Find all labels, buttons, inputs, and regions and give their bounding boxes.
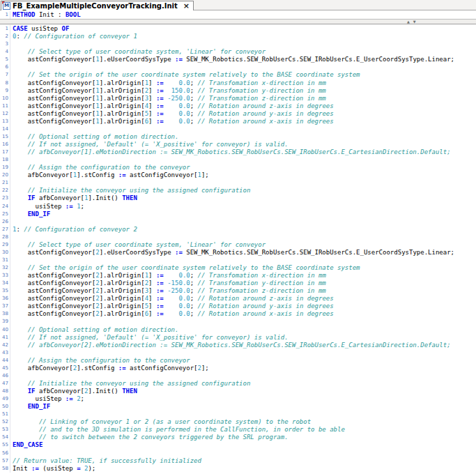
code-line[interactable]: 32 // Set the origin of the user coordin… — [0, 264, 476, 272]
code-line[interactable]: 10 astConfigConveyor[1].alrOrigin[3] := … — [0, 95, 476, 102]
code-line[interactable]: 45 afbConveyor[2].stConfig := astConfigC… — [0, 365, 476, 372]
code-text: // afbConveyor[2].eMotionDirection := SE… — [10, 342, 451, 349]
code-line[interactable]: 58Init := (usiStep = 2); — [0, 465, 476, 473]
code-line[interactable]: 24 usiStep := 1; — [0, 203, 476, 211]
code-line[interactable]: 3 — [0, 40, 476, 48]
code-line[interactable]: 57// Return value: TRUE, if successfully… — [0, 457, 476, 465]
code-text — [10, 411, 13, 418]
implementation-pane[interactable]: 1CASE usiStep OF20: // Configuration of … — [0, 24, 476, 473]
line-number: 31 — [0, 257, 10, 264]
code-line[interactable]: 52 // Linking of conveyor 1 or 2 (as a u… — [0, 418, 476, 426]
line-number: 28 — [0, 234, 10, 241]
code-text: END_IF — [10, 403, 50, 411]
code-line[interactable]: 35 astConfigConveyor[2].alrOrigin[3] := … — [0, 287, 476, 295]
code-line[interactable]: 4 // Select type of user coordinate syst… — [0, 48, 476, 56]
code-text: // Optional setting of motion direction. — [10, 133, 178, 141]
code-line[interactable]: 5 astConfigConveyor[1].eUserCoordSysType… — [0, 56, 476, 63]
code-line[interactable]: 31 — [0, 257, 476, 264]
code-line[interactable]: 9 astConfigConveyor[1].alrOrigin[2] := 1… — [0, 87, 476, 95]
code-text: astConfigConveyor[2].alrOrigin[4] := 0.0… — [10, 295, 334, 303]
code-line[interactable]: 13 astConfigConveyor[1].alrOrigin[6] := … — [0, 118, 476, 125]
code-line[interactable]: 19 // Assign the configuration to the co… — [0, 164, 476, 171]
code-line[interactable]: 28 — [0, 234, 476, 241]
code-line[interactable]: 7 // Set the origin of the user coordina… — [0, 71, 476, 79]
line-number: 17 — [0, 148, 10, 156]
line-number: 37 — [0, 303, 10, 310]
declaration-implementation-splitter[interactable]: ▲ ▼ — [0, 19, 476, 24]
code-line[interactable]: 20 afbConveyor[1].stConfig := astConfigC… — [0, 171, 476, 179]
code-line[interactable]: 50 END_IF — [0, 403, 476, 411]
splitter-down-icon[interactable]: ▼ — [413, 20, 416, 24]
code-line[interactable]: 18 — [0, 156, 476, 164]
code-text: astConfigConveyor[2].alrOrigin[1] := 0.0… — [10, 272, 326, 280]
code-line[interactable]: 44 // Assign the configuration to the co… — [0, 357, 476, 365]
code-line[interactable]: 37 astConfigConveyor[2].alrOrigin[5] := … — [0, 303, 476, 310]
code-text — [10, 218, 13, 226]
code-line[interactable]: 53 // and to the 3D simulation is perfor… — [0, 426, 476, 434]
code-text: astConfigConveyor[2].alrOrigin[6] := 0.0… — [10, 310, 334, 318]
code-line[interactable]: 21 — [0, 179, 476, 187]
line-number: 50 — [0, 403, 10, 411]
code-line[interactable]: 48 IF afbConveyor[2].Init() THEN — [0, 388, 476, 395]
code-line[interactable]: 40 // Optional setting of motion directi… — [0, 326, 476, 334]
code-line[interactable]: 271: // Configuration of conveyor 2 — [0, 226, 476, 234]
code-line[interactable]: 34 astConfigConveyor[2].alrOrigin[2] := … — [0, 280, 476, 287]
close-icon[interactable]: × — [183, 3, 190, 10]
line-number: 1 — [0, 11, 10, 19]
code-line[interactable]: 42 // afbConveyor[2].eMotionDirection :=… — [0, 342, 476, 349]
code-line[interactable]: 43 — [0, 349, 476, 357]
code-line[interactable]: 54 // to switch between the 2 conveyors … — [0, 434, 476, 441]
line-number: 8 — [0, 79, 10, 87]
code-line[interactable]: 8 astConfigConveyor[1].alrOrigin[1] := 0… — [0, 79, 476, 87]
code-line[interactable]: 46 — [0, 372, 476, 380]
splitter-arrows: ▲ ▼ — [407, 20, 416, 24]
code-line[interactable]: 20: // Configuration of conveyor 1 — [0, 33, 476, 40]
code-line[interactable]: 26 — [0, 218, 476, 226]
line-number: 55 — [0, 441, 10, 449]
code-text: astConfigConveyor[1].alrOrigin[1] := 0.0… — [10, 79, 326, 87]
code-line[interactable]: 30 astConfigConveyor[2].eUserCoordSysTyp… — [0, 249, 476, 257]
line-number: 9 — [0, 87, 10, 95]
code-line[interactable]: 16 // If not assigned, 'Default' (= 'X_p… — [0, 141, 476, 148]
code-line[interactable]: 1METHOD Init : BOOL — [0, 11, 476, 19]
code-line[interactable]: 22 // Initialize the conveyor using the … — [0, 187, 476, 194]
code-line[interactable]: 33 astConfigConveyor[2].alrOrigin[1] := … — [0, 272, 476, 280]
code-line[interactable]: 55END_CASE — [0, 441, 476, 449]
code-line[interactable]: 15 // Optional setting of motion directi… — [0, 133, 476, 141]
line-number: 11 — [0, 102, 10, 110]
code-line[interactable]: 39 — [0, 318, 476, 326]
line-number: 5 — [0, 56, 10, 63]
code-line[interactable]: 6 — [0, 63, 476, 71]
code-line[interactable]: 12 astConfigConveyor[1].alrOrigin[5] := … — [0, 110, 476, 118]
code-line[interactable]: 38 astConfigConveyor[2].alrOrigin[6] := … — [0, 310, 476, 318]
code-line[interactable]: 23 IF afbConveyor[1].Init() THEN — [0, 194, 476, 202]
code-text: astConfigConveyor[1].alrOrigin[5] := 0.0… — [10, 110, 334, 118]
tab-document[interactable]: M FB_ExampleMultipleConveyorTracking.Ini… — [1, 1, 194, 10]
code-line[interactable]: 51 — [0, 411, 476, 418]
code-text: CASE usiStep OF — [10, 25, 69, 33]
code-line[interactable]: 1CASE usiStep OF — [0, 25, 476, 33]
code-line[interactable]: 25 END_IF — [0, 211, 476, 218]
code-line[interactable]: 11 astConfigConveyor[1].alrOrigin[4] := … — [0, 102, 476, 110]
line-number: 58 — [0, 465, 10, 473]
splitter-up-icon[interactable]: ▲ — [407, 20, 410, 24]
code-line[interactable]: 14 — [0, 125, 476, 133]
code-line[interactable]: 41 // If not assigned, 'Default' (= 'X_p… — [0, 334, 476, 342]
line-number: 42 — [0, 342, 10, 349]
code-text: // Assign the configuration to the conve… — [10, 357, 190, 365]
code-text: METHOD Init : BOOL — [10, 11, 81, 19]
code-line[interactable]: 29 // Select type of user coordinate sys… — [0, 241, 476, 249]
code-line[interactable]: 47 // Initialize the conveyor using the … — [0, 380, 476, 388]
code-text: 1: // Configuration of conveyor 2 — [10, 226, 137, 234]
code-line[interactable]: 56 — [0, 450, 476, 457]
line-number: 57 — [0, 457, 10, 465]
line-number: 6 — [0, 63, 10, 71]
code-line[interactable]: 49 usiStep := 2; — [0, 395, 476, 403]
code-line[interactable]: 36 astConfigConveyor[2].alrOrigin[4] := … — [0, 295, 476, 303]
declaration-pane[interactable]: 1METHOD Init : BOOL — [0, 10, 476, 19]
method-icon-letter: M — [4, 3, 9, 8]
code-line[interactable]: 17 // afbConveyor[1].eMotionDirection :=… — [0, 148, 476, 156]
code-text: // Initialize the conveyor using the ass… — [10, 187, 250, 194]
tab-bar: M FB_ExampleMultipleConveyorTracking.Ini… — [0, 0, 476, 10]
code-text: 0: // Configuration of conveyor 1 — [10, 33, 137, 40]
